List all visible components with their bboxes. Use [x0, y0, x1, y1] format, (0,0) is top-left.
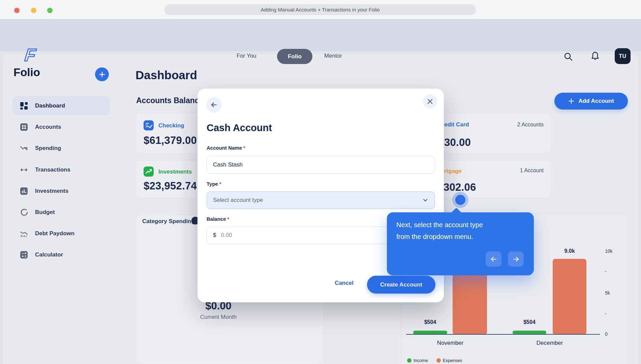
sidebar-item-label: Accounts	[35, 124, 61, 130]
balance-placeholder: 0.00	[221, 232, 232, 239]
bar-label-december-income: $504	[513, 319, 546, 325]
checking-icon	[144, 120, 154, 130]
spending-icon	[20, 144, 28, 153]
y-tick-0: 0	[605, 331, 618, 337]
tab-folio[interactable]: Folio	[277, 49, 312, 64]
top-navbar: F For You Folio Mentor TU	[0, 19, 641, 51]
sidebar-item-label: Debt Paydown	[35, 230, 74, 237]
type-label: Type*	[207, 181, 221, 187]
sidebar-item-calculator[interactable]: Calculator	[12, 245, 110, 264]
search-icon[interactable]	[563, 51, 574, 62]
window-close-light[interactable]	[14, 8, 20, 13]
budget-icon	[20, 208, 28, 217]
window-title: Adding Manual Accounts + Transactions in…	[164, 4, 476, 15]
debt-paydown-icon	[20, 229, 28, 238]
window-titlebar: Adding Manual Accounts + Transactions in…	[0, 0, 641, 19]
y-tick-10k: 10k	[605, 248, 618, 254]
required-asterisk: *	[227, 216, 230, 222]
sidebar-item-spending[interactable]: Spending	[12, 139, 110, 158]
account-type-select[interactable]: Select account type	[207, 191, 435, 209]
folio-logo-icon[interactable]: F	[24, 45, 37, 65]
tour-tooltip: Next, select the account type from the d…	[387, 212, 534, 275]
bar-december-expenses[interactable]	[553, 259, 586, 335]
close-icon	[427, 98, 433, 104]
investments-card-icon	[144, 166, 154, 177]
credit-card-value-fragment: 30.00	[444, 136, 471, 149]
modal-back-button[interactable]	[206, 97, 222, 113]
tooltip-text: Next, select the account type from the d…	[396, 219, 524, 243]
sidebar-item-label: Investments	[35, 188, 68, 194]
window-minimize-light[interactable]	[31, 8, 36, 13]
sidebar-item-dashboard[interactable]: Dashboard	[12, 96, 110, 115]
tooltip-prev-button[interactable]	[486, 251, 501, 267]
bar-label-november-income: $504	[413, 319, 447, 325]
legend-expenses-dot	[436, 358, 441, 363]
chevron-down-icon	[422, 197, 428, 203]
bar-label-december-expenses: 9.0k	[553, 248, 586, 254]
required-asterisk: *	[243, 145, 245, 151]
add-account-label: Add Account	[578, 98, 614, 104]
sidebar-item-accounts[interactable]: Accounts	[12, 117, 110, 136]
x-axis-line	[406, 334, 600, 335]
modal-title: Cash Account	[207, 122, 272, 133]
calculator-icon	[20, 250, 28, 259]
dollar-prefix: $	[213, 232, 216, 239]
transactions-icon	[20, 165, 28, 174]
x-label-december: December	[519, 340, 580, 346]
sidebar-item-label: Budget	[35, 209, 55, 216]
add-account-button[interactable]: Add Account	[554, 93, 628, 110]
checking-label: Checking	[158, 122, 184, 129]
y-tick-7-5k: -	[605, 269, 618, 274]
arrow-right-icon	[512, 255, 520, 263]
mortgage-count: 1 Account	[494, 168, 544, 174]
account-name-label: Account Name*	[207, 145, 245, 151]
credit-card-label-fragment: edit Card	[444, 121, 469, 128]
cancel-button[interactable]: Cancel	[331, 280, 358, 286]
plus-icon	[568, 98, 574, 104]
sidebar-item-investments[interactable]: Investments	[12, 181, 110, 201]
checking-value: $61,379.00	[144, 134, 197, 147]
credit-card-count: 2 Accounts	[494, 122, 544, 128]
sidebar-item-label: Spending	[35, 145, 61, 152]
notifications-bell-icon[interactable]	[590, 51, 601, 61]
mortgage-label-fragment: rtgage	[444, 168, 462, 175]
investments-value: $23,952.74	[144, 180, 197, 192]
tab-mentor[interactable]: Mentor	[324, 53, 342, 59]
category-period-label: Current Month	[185, 314, 252, 321]
account-name-value: Cash Stash	[213, 161, 243, 168]
legend-income-dot	[407, 358, 411, 363]
y-tick-2-5k: -	[605, 311, 618, 316]
dashboard-icon	[20, 101, 28, 110]
required-asterisk: *	[219, 181, 221, 187]
legend-income-label: Income	[414, 358, 428, 363]
sidebar-item-label: Calculator	[35, 251, 63, 258]
sidebar-item-transactions[interactable]: Transactions	[12, 160, 110, 179]
investments-label: Investments	[158, 169, 192, 175]
accounts-icon	[20, 123, 28, 131]
account-name-field[interactable]: Cash Stash	[207, 156, 435, 174]
modal-close-button[interactable]	[423, 94, 437, 109]
category-spending-title: Category Spending	[142, 218, 195, 225]
sidebar-divider	[123, 54, 123, 364]
avatar[interactable]: TU	[615, 48, 631, 64]
window-zoom-light[interactable]	[47, 8, 53, 13]
sidebar-item-debt-paydown[interactable]: Debt Paydown	[12, 224, 110, 243]
legend-expenses-label: Expenses	[443, 358, 462, 363]
sidebar-item-label: Dashboard	[35, 102, 65, 109]
arrow-left-icon	[490, 255, 497, 263]
investments-icon	[20, 187, 28, 195]
tour-spotlight-dot	[455, 195, 465, 205]
y-tick-5k: 5k	[605, 290, 618, 296]
tab-for-you[interactable]: For You	[237, 53, 256, 59]
plus-icon	[99, 71, 105, 78]
accounts-balance-heading: Accounts Balance	[136, 96, 203, 105]
balance-label: Balance*	[207, 216, 229, 222]
sidebar-add-button[interactable]	[95, 67, 109, 81]
tooltip-next-button[interactable]	[508, 251, 524, 267]
arrow-left-icon	[210, 101, 218, 109]
create-account-button[interactable]: Create Account	[367, 276, 435, 294]
sidebar-item-label: Transactions	[35, 166, 70, 173]
sidebar-item-budget[interactable]: Budget	[12, 203, 110, 222]
page-title: Dashboard	[135, 68, 197, 82]
x-label-november: November	[420, 340, 481, 346]
